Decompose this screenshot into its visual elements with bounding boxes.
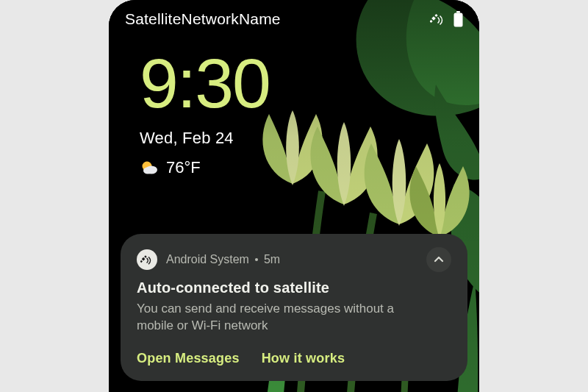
svg-point-8 bbox=[143, 168, 152, 174]
status-bar: SatelliteNetworkName bbox=[109, 10, 479, 28]
network-name: SatelliteNetworkName bbox=[125, 10, 281, 28]
notification-source: Android System 5m bbox=[166, 253, 280, 266]
notification-card[interactable]: Android System 5m Auto-connected to sate… bbox=[121, 234, 467, 381]
svg-rect-11 bbox=[144, 255, 146, 257]
notification-actions: Open Messages How it works bbox=[137, 351, 451, 366]
svg-rect-3 bbox=[434, 14, 437, 17]
svg-rect-4 bbox=[456, 11, 460, 13]
lockscreen-info: 9:30 Wed, Feb 24 76°F bbox=[140, 49, 270, 177]
satellite-signal-icon bbox=[430, 13, 446, 26]
open-messages-button[interactable]: Open Messages bbox=[137, 351, 240, 366]
notification-body: You can send and receive messages withou… bbox=[137, 301, 426, 335]
notification-app-name: Android System bbox=[166, 253, 249, 266]
how-it-works-button[interactable]: How it works bbox=[262, 351, 345, 366]
status-icons bbox=[430, 11, 463, 27]
weather-icon bbox=[140, 158, 159, 177]
satellite-app-icon bbox=[137, 249, 157, 270]
svg-rect-2 bbox=[430, 20, 433, 23]
svg-rect-1 bbox=[431, 16, 436, 21]
phone-frame: SatelliteNetworkName bbox=[109, 0, 479, 392]
date: Wed, Feb 24 bbox=[140, 129, 270, 148]
notification-age: 5m bbox=[264, 253, 280, 266]
chevron-up-icon bbox=[433, 254, 445, 266]
clock-time: 9:30 bbox=[140, 49, 270, 118]
weather: 76°F bbox=[140, 158, 270, 177]
svg-rect-9 bbox=[142, 257, 146, 261]
notification-header: Android System 5m bbox=[137, 247, 451, 272]
notification-title: Auto-connected to satellite bbox=[137, 279, 451, 296]
svg-rect-10 bbox=[140, 260, 143, 263]
expand-toggle-button[interactable] bbox=[426, 247, 451, 272]
separator-dot bbox=[255, 258, 258, 261]
svg-rect-5 bbox=[454, 13, 463, 27]
battery-icon bbox=[453, 11, 463, 27]
screenshot-stage: SatelliteNetworkName bbox=[0, 0, 588, 392]
weather-temp: 76°F bbox=[166, 158, 201, 177]
